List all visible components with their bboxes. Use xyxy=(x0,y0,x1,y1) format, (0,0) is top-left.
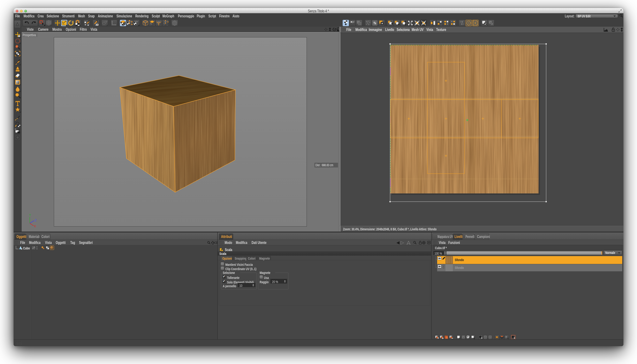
svg-text:X: X xyxy=(34,225,36,228)
svg-text:3D: 3D xyxy=(96,24,98,26)
svg-text:Z: Z xyxy=(35,219,36,222)
svg-text:C: C xyxy=(15,128,16,130)
svg-text:Y: Y xyxy=(29,214,31,217)
